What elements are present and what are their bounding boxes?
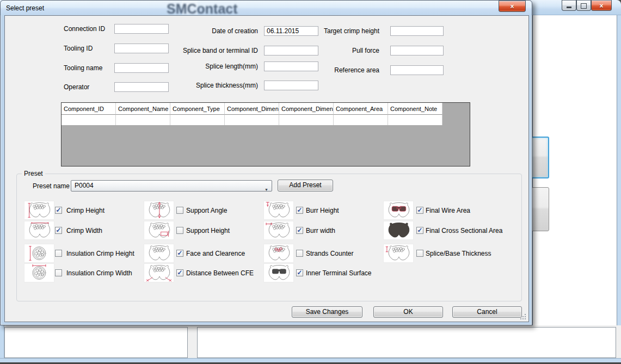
insulation-crimp-height-icon (24, 244, 54, 262)
insulation-crimp-height-checkbox[interactable] (55, 250, 62, 257)
tooling-id-label: Tooling ID (64, 45, 93, 52)
select-preset-dialog: SMContact Select preset × Component_IDCo… (0, 0, 532, 325)
burr-width-icon (264, 221, 293, 239)
support-height-checkbox[interactable] (176, 227, 183, 234)
splice-base-thickness-icon (384, 244, 413, 262)
final-wire-area-checkbox[interactable]: ✓ (416, 207, 423, 214)
face-and-clearence-icon (144, 244, 174, 262)
burr-height-icon (264, 201, 293, 219)
splice-band-or-terminal-id-label: Splice band or terminal ID (116, 47, 258, 54)
column-header-component-type[interactable]: Component_Type (170, 103, 225, 115)
splice-length-mm-label: Splice length(mm) (116, 63, 258, 70)
distance-between-cfe-checkbox-label: Distance Between CFE (186, 269, 254, 277)
main-window-title: SMContact (167, 1, 238, 17)
table-cell[interactable] (388, 115, 442, 125)
burr-width-checkbox[interactable]: ✓ (296, 227, 303, 234)
dialog-client-area: Component_IDComponent_NameComponent_Type… (4, 15, 529, 322)
maximize-icon (581, 3, 587, 9)
final-cross-sectional-area-icon (384, 221, 413, 239)
main-window-side-button-2[interactable] (531, 187, 549, 231)
inner-terminal-surface-icon (264, 264, 293, 282)
pull-force-input[interactable] (390, 46, 444, 55)
table-cell[interactable] (170, 115, 225, 125)
table-cell[interactable] (225, 115, 279, 125)
final-wire-area-checkbox-label: Final Wire Area (426, 207, 470, 214)
column-header-component-area[interactable]: Component_Area (334, 103, 388, 115)
support-angle-checkbox[interactable] (176, 207, 183, 214)
crimp-height-checkbox-label: Crimp Height (66, 207, 104, 214)
reference-area-input[interactable] (390, 65, 444, 75)
reference-area-label: Reference area (238, 66, 379, 74)
date-of-creation-label: Date of creation (116, 27, 258, 35)
table-cell[interactable] (334, 115, 388, 125)
insulation-crimp-width-checkbox[interactable] (55, 269, 62, 276)
close-icon: × (599, 2, 603, 10)
crimp-height-checkbox[interactable]: ✓ (55, 207, 62, 214)
table-cell[interactable] (116, 115, 170, 125)
connection-id-label: Connection ID (64, 25, 105, 33)
final-cross-sectional-area-checkbox[interactable]: ✓ (416, 227, 423, 234)
operator-label: Operator (64, 83, 89, 91)
ok-button[interactable]: OK (373, 306, 443, 318)
strands-counter-checkbox-label: Strands Counter (306, 250, 353, 257)
dialog-titlebar[interactable] (1, 1, 532, 15)
component-table: Component_IDComponent_NameComponent_Type… (61, 102, 470, 166)
main-window-right-border (617, 15, 621, 362)
crimp-width-checkbox[interactable]: ✓ (55, 227, 62, 234)
distance-between-cfe-icon (144, 264, 174, 282)
main-window-bottom-left-panel (4, 327, 188, 358)
burr-width-checkbox-label: Burr width (306, 227, 335, 235)
splice-base-thickness-checkbox-label: Splice/Base Thickness (426, 250, 491, 257)
main-window-side-button-1[interactable] (531, 137, 549, 178)
dialog-close-button[interactable]: × (499, 1, 526, 12)
table-cell[interactable] (279, 115, 334, 125)
final-wire-area-icon (384, 201, 413, 219)
preset-name-select[interactable]: P0004 ▼ (71, 180, 272, 192)
strands-counter-icon (264, 244, 293, 262)
burr-height-checkbox[interactable]: ✓ (296, 207, 303, 214)
dialog-title: Select preset (6, 4, 44, 12)
main-window-bottom-right-panel (197, 327, 616, 358)
main-window-left-border (0, 325, 4, 362)
support-height-checkbox-label: Support Height (186, 227, 230, 235)
splice-thickness-mm-label: Splice thickness(mm) (116, 82, 258, 89)
face-and-clearence-checkbox-label: Face and Clearence (186, 250, 245, 257)
table-row[interactable] (62, 115, 470, 125)
final-cross-sectional-area-checkbox-label: Final Cross Sectional Area (426, 227, 502, 235)
screen: × SMContact Select preset × Component_ID… (0, 0, 621, 364)
column-header-component-name[interactable]: Component_Name (116, 103, 170, 115)
crimp-width-icon (24, 221, 54, 239)
minimize-button[interactable] (562, 0, 576, 11)
support-angle-checkbox-label: Support Angle (186, 207, 227, 214)
target-crimp-height-input[interactable] (390, 26, 444, 36)
minimize-icon (567, 7, 571, 8)
tooling-name-label: Tooling name (64, 64, 102, 72)
add-preset-button[interactable]: Add Preset (278, 180, 333, 192)
main-window-close-button[interactable]: × (591, 0, 612, 11)
maximize-button[interactable] (576, 0, 591, 11)
distance-between-cfe-checkbox[interactable]: ✓ (176, 269, 183, 276)
column-header-component-id[interactable]: Component_ID (62, 103, 116, 115)
splice-thickness-mm-input[interactable] (264, 81, 318, 90)
target-crimp-height-label: Target crimp height (238, 27, 379, 35)
insulation-crimp-width-icon (24, 264, 54, 282)
column-header-component-note[interactable]: Component_Note (388, 103, 442, 115)
support-angle-icon (144, 201, 174, 219)
burr-height-checkbox-label: Burr Height (306, 207, 339, 214)
strands-counter-checkbox[interactable] (296, 250, 303, 257)
inner-terminal-surface-checkbox[interactable]: ✓ (296, 269, 303, 276)
column-header-component-dimen[interactable]: Component_Dimen: (279, 103, 334, 115)
preset-group-label: Preset (22, 170, 45, 177)
pull-force-label: Pull force (238, 47, 379, 54)
inner-terminal-surface-checkbox-label: Inner Terminal Surface (306, 269, 372, 277)
support-height-icon (144, 221, 174, 239)
table-cell[interactable] (62, 115, 116, 125)
preset-name-value: P0004 (75, 182, 94, 189)
splice-base-thickness-checkbox[interactable] (416, 250, 423, 257)
cancel-button[interactable]: Cancel (452, 306, 522, 318)
column-header-component-dimen[interactable]: Component_Dimen: (225, 103, 279, 115)
close-icon: × (510, 3, 514, 10)
insulation-crimp-width-checkbox-label: Insulation Crimp Width (66, 269, 132, 277)
face-and-clearence-checkbox[interactable]: ✓ (176, 250, 183, 257)
save-changes-button[interactable]: Save Changes (292, 306, 362, 318)
